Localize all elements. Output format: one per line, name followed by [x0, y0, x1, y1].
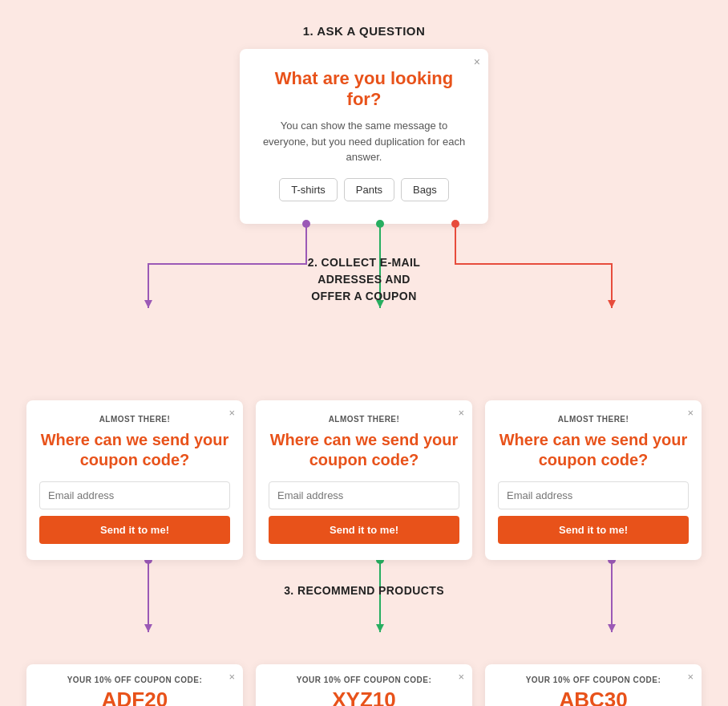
send-btn-2[interactable]: Send it to me! [269, 516, 459, 544]
step3-label: 3. RECOMMEND PRODUCTS [284, 584, 444, 597]
svg-marker-5 [608, 300, 616, 308]
svg-marker-11 [608, 624, 616, 632]
svg-point-2 [376, 220, 384, 228]
product-card-3-code: ABC30 [495, 688, 692, 707]
email-card-3-almost: Almost There! [498, 415, 689, 424]
svg-point-8 [376, 560, 384, 564]
email-input-3[interactable] [498, 481, 689, 509]
email-card-tshirts: × Almost There! Where can we send your c… [26, 400, 243, 560]
svg-point-0 [302, 220, 310, 228]
answer-tshirts[interactable]: T-shirts [279, 178, 338, 201]
product-card-pants: × Your 10% Off Coupon Code: XYZ10 We thi… [256, 664, 472, 707]
product-card-2-close[interactable]: × [458, 671, 464, 683]
product-card-bags: × Your 10% Off Coupon Code: ABC30 We thi… [485, 664, 702, 707]
product-card-2-code: XYZ10 [265, 688, 463, 707]
product-card-1-label: Your 10% Off Coupon Code: [36, 676, 233, 684]
svg-marker-1 [144, 300, 152, 308]
email-card-1-close[interactable]: × [229, 407, 235, 419]
send-btn-1[interactable]: Send it to me! [39, 516, 230, 544]
product-card-1-close[interactable]: × [229, 671, 235, 683]
question-card-subtitle: You can show the same message to everyon… [262, 118, 466, 165]
answer-buttons: T-shirts Pants Bags [262, 178, 466, 201]
email-card-1-title: Where can we send your coupon code? [39, 430, 230, 470]
send-btn-3[interactable]: Send it to me! [498, 516, 689, 544]
svg-marker-7 [144, 624, 152, 632]
product-card-2-label: Your 10% Off Coupon Code: [265, 676, 463, 684]
email-card-3-title: Where can we send your coupon code? [498, 430, 689, 470]
flow-connectors-2 [16, 560, 728, 664]
answer-pants[interactable]: Pants [344, 178, 394, 201]
email-card-2-title: Where can we send your coupon code? [269, 430, 459, 470]
email-input-1[interactable] [39, 481, 230, 509]
email-card-3-close[interactable]: × [687, 407, 694, 419]
product-card-3-close[interactable]: × [687, 671, 694, 683]
product-card-3-label: Your 10% Off Coupon Code: [495, 676, 692, 684]
step2-label: 2. COLLECT E-MAILADRESSES ANDOFFER A COU… [308, 254, 421, 305]
email-cards-row: × Almost There! Where can we send your c… [16, 400, 712, 560]
answer-bags[interactable]: Bags [401, 178, 449, 201]
email-card-2-close[interactable]: × [458, 407, 464, 419]
email-card-bags: × Almost There! Where can we send your c… [485, 400, 702, 560]
svg-point-4 [451, 220, 459, 228]
svg-point-10 [608, 560, 616, 564]
email-card-1-almost: Almost There! [39, 415, 230, 424]
question-card-title: What are you looking for? [262, 68, 466, 110]
product-card-tshirts: × Your 10% Off Coupon Code: ADF20 We thi… [26, 664, 243, 707]
svg-marker-9 [376, 624, 384, 632]
email-card-pants: × Almost There! Where can we send your c… [256, 400, 472, 560]
product-cards-row: × Your 10% Off Coupon Code: ADF20 We thi… [16, 664, 712, 707]
question-card-close[interactable]: × [474, 55, 480, 68]
step1-label: 1. Ask a Question [16, 24, 712, 38]
email-card-2-almost: Almost There! [269, 415, 459, 424]
product-card-1-code: ADF20 [36, 688, 233, 707]
flow-connectors-1 [16, 216, 728, 400]
question-card: × What are you looking for? You can show… [240, 49, 488, 224]
email-input-2[interactable] [269, 481, 459, 509]
svg-point-6 [144, 560, 152, 564]
